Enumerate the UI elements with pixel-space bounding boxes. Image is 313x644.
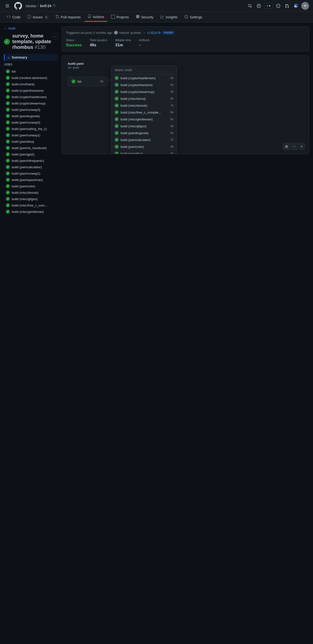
dropdown-chevron: ▾ xyxy=(269,4,271,8)
job-label: build (misc/donuts) xyxy=(12,191,38,194)
sidebar-job-build-pwn-runway1[interactable]: ✓ build (pwn/runway1) xyxy=(4,132,58,138)
sidebar-job-build-pwn-spaceman[interactable]: ✓ build (pwn/spaceman) xyxy=(4,176,58,183)
create-button[interactable]: + ▾ xyxy=(264,3,273,9)
job-label: build (rev/text-adventure) xyxy=(12,76,47,80)
tab-code[interactable]: Code xyxy=(4,13,23,21)
lock-icon xyxy=(53,4,56,8)
more-options-button[interactable]: ··· xyxy=(52,33,58,39)
job-label: build (misc/gitgoo) xyxy=(12,197,38,201)
org-link[interactable]: cscosu xyxy=(25,4,36,8)
trigger-text: Triggered via push 2 months ago xyxy=(66,31,112,34)
job-label: build (crypto/treestore) xyxy=(12,89,44,92)
sidebar-job-build-pwn-sailing-the-c[interactable]: ✓ build (pwn/sailing_the_c) xyxy=(4,126,58,132)
matrix-item-label: build (crypto/zkwarmup) xyxy=(121,90,154,94)
tab-security[interactable]: Security xyxy=(133,13,157,21)
back-label: build xyxy=(8,26,15,30)
repo-link[interactable]: bctf-24 xyxy=(40,4,51,8)
job-label: build (pwn/color) xyxy=(12,184,35,188)
matrix-item-label: build (misc/donut) xyxy=(121,97,146,100)
sidebar-job-build-misc-donuts[interactable]: ✓ build (misc/donuts) xyxy=(4,189,58,196)
tab-insights[interactable]: Insights xyxy=(157,13,180,21)
list-job-node[interactable]: ✓ list 8s xyxy=(68,77,107,86)
sidebar-job-build-misc-gitgoo[interactable]: ✓ build (misc/gitgoo) xyxy=(4,196,58,202)
summary-nav-item[interactable]: ⌂ Summary xyxy=(4,54,58,61)
matrix-item[interactable]: ✓ build (pwn/disa) 8s xyxy=(111,150,177,154)
matrix-item-label: build (crypto/hashbrown) xyxy=(121,76,155,80)
commit-link[interactable]: cc92a79 xyxy=(147,31,161,34)
sidebar-job-build-misc-gentleman[interactable]: ✓ build (misc/gentleman) xyxy=(4,208,58,215)
sidebar-job-build-pwn-calculator[interactable]: ✓ build (pwn/calculator) xyxy=(4,164,58,170)
matrix-item[interactable]: ✓ build (pwn/bugnote) 6s xyxy=(111,130,177,136)
matrix-item[interactable]: ✓ build (crypto/treestore) 6s xyxy=(111,82,177,88)
sidebar-job-build-rev-thank[interactable]: ✓ build (rev/thank) xyxy=(4,81,58,87)
sidebar-job-build-pwn-no-handouts[interactable]: ✓ build (pwn/no_handouts) xyxy=(4,145,58,151)
run-stats: Status Success Total duration 49s Billab… xyxy=(66,38,305,47)
sidebar-job-build-crypto-treestore[interactable]: ✓ build (crypto/treestore) xyxy=(4,87,58,94)
matrix-item-status-icon: ✓ xyxy=(115,90,119,94)
issues-badge: 1 xyxy=(44,16,48,19)
sidebar-job-build-rev-text-adventure[interactable]: ✓ build (rev/text-adventure) xyxy=(4,74,58,81)
sidebar-job-build-pwn-runway2[interactable]: ✓ build (pwn/runway2) xyxy=(4,170,58,176)
sidebar-job-build-pwn-color[interactable]: ✓ build (pwn/color) xyxy=(4,183,58,189)
sidebar-job-list[interactable]: ✓ list xyxy=(4,68,58,74)
run-summary-card: Triggered via push 2 months ago m mbund … xyxy=(62,26,309,52)
jobs-section-label: Jobs xyxy=(4,63,58,66)
matrix-item[interactable]: ✓ build (pwn/color) 9s xyxy=(111,143,177,150)
matrix-item[interactable]: ✓ build (crypto/hashbrown) 6s xyxy=(111,74,177,82)
sidebar-job-build-pwn-disa[interactable]: ✓ build (pwn/disa) xyxy=(4,138,58,145)
sidebar-job-build-pwn-gpt2[interactable]: ✓ build (pwn/gpt2) xyxy=(4,151,58,158)
sidebar-job-build-pwn-bugnote[interactable]: ✓ build (pwn/bugnote) xyxy=(4,113,58,119)
notifications-button[interactable] xyxy=(293,2,299,9)
matrix-item[interactable]: ✓ build (misc/gitgoo) 6s xyxy=(111,122,177,130)
tab-security-label: Security xyxy=(141,15,154,19)
job-label: build (pwn/bugnote) xyxy=(12,114,40,118)
path-separator: / xyxy=(38,4,39,8)
sidebar-job-build-pwn-infrequentc[interactable]: ✓ build (pwn/infrequentc) xyxy=(4,158,58,164)
matrix-item[interactable]: ✓ build (misc/gentleman) 6s xyxy=(111,116,177,122)
jobs-list: ✓ list ✓ build (rev/text-adventure) ✓ bu… xyxy=(4,68,58,215)
search-button[interactable] xyxy=(247,2,254,9)
hamburger-button[interactable] xyxy=(4,2,11,9)
job-label: build (rev/thank) xyxy=(12,82,34,86)
matrix-popup-header: Matrix: build xyxy=(111,66,177,74)
avatar[interactable]: M xyxy=(301,2,309,10)
matrix-item-status-icon: ✓ xyxy=(115,117,119,121)
summary-label: Summary xyxy=(11,56,27,59)
sidebar-job-build-pwn-runway3[interactable]: ✓ build (pwn/runway3) xyxy=(4,106,58,113)
matrix-item[interactable]: ✓ build (misc/donut) 6s xyxy=(111,95,177,102)
tab-projects[interactable]: Projects xyxy=(108,13,132,21)
matrix-item[interactable]: ✓ build (misc/donuts) 7s xyxy=(111,102,177,109)
zoom-in-button[interactable]: + xyxy=(299,143,305,150)
tab-settings[interactable]: Settings xyxy=(181,13,205,21)
run-status-icon: ✓ xyxy=(4,39,10,45)
tab-actions[interactable]: Actions xyxy=(85,12,107,22)
job-status-icon: ✓ xyxy=(6,172,10,175)
matrix-item[interactable]: ✓ build (pwn/calculator) 7s xyxy=(111,136,177,143)
sidebar-job-build-crypto-hashbrown[interactable]: ✓ build (crypto/hashbrown) xyxy=(4,94,58,100)
pullrequest-button[interactable] xyxy=(284,2,291,9)
sidebar-job-build-pwn-runway0[interactable]: ✓ build (pwn/runway0) xyxy=(4,119,58,126)
github-logo[interactable] xyxy=(13,0,23,11)
page-title: survey, home template, update rhombus #1… xyxy=(12,33,52,50)
job-status-icon: ✓ xyxy=(6,120,10,124)
matrix-item[interactable]: ✓ build (misc/free_c_compile... 6s xyxy=(111,109,177,116)
tab-issues[interactable]: Issues 1 xyxy=(24,13,51,21)
zoom-fit-button[interactable]: ⊞ xyxy=(283,143,290,150)
job-status-icon: ✓ xyxy=(6,210,10,214)
job-status-icon: ✓ xyxy=(6,70,10,73)
trigger-info: Triggered via push 2 months ago m mbund … xyxy=(66,31,305,34)
zoom-out-button[interactable]: − xyxy=(291,143,298,150)
duration-stat: Total duration 49s xyxy=(90,38,107,47)
matrix-item[interactable]: ✓ build (crypto/zkwarmup) 5s xyxy=(111,88,177,95)
job-label: build (misc/free_c_com... xyxy=(12,204,47,207)
sidebar-job-build-crypto-zkwarmup[interactable]: ✓ build (crypto/zkwarmup) xyxy=(4,100,58,106)
tab-pullrequests[interactable]: Pull requests xyxy=(52,13,84,21)
sidebar-job-build-misc-free-c-com[interactable]: ✓ build (misc/free_c_com... xyxy=(4,202,58,208)
matrix-item-status-icon: ✓ xyxy=(115,145,119,148)
back-link[interactable]: ← build xyxy=(4,26,58,30)
tab-pr-label: Pull requests xyxy=(61,15,81,19)
run-header-row: ✓ survey, home template, update rhombus … xyxy=(4,33,58,50)
copilot-button[interactable] xyxy=(255,2,262,9)
issues-button[interactable] xyxy=(275,2,282,9)
status-label: Status xyxy=(66,38,82,42)
